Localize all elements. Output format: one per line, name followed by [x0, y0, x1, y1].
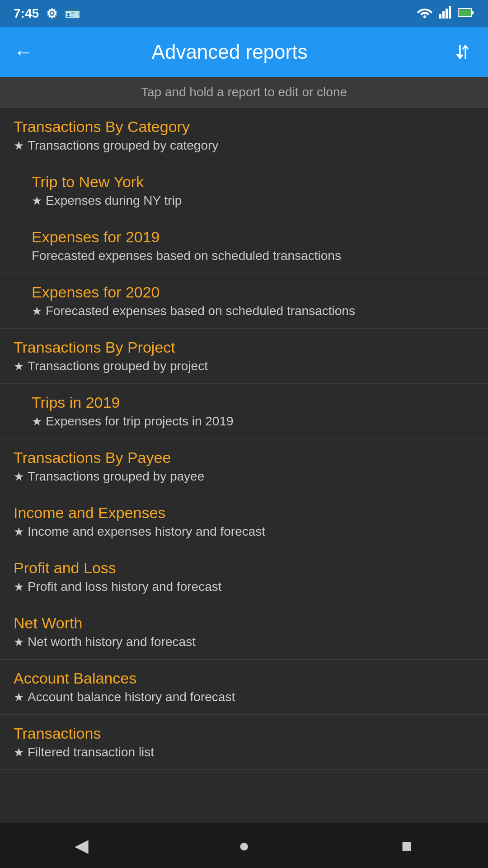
report-desc-trip-to-new-york: ★Expenses during NY trip [32, 193, 474, 208]
hint-text: Tap and hold a report to edit or clone [0, 77, 488, 108]
star-icon: ★ [32, 194, 42, 208]
report-item-transactions-by-payee[interactable]: Transactions By Payee★Transactions group… [0, 439, 488, 494]
report-title-trips-in-2019: Trips in 2019 [32, 394, 474, 411]
status-right [417, 6, 474, 22]
settings-icon: ⚙ [46, 6, 57, 21]
report-desc-expenses-for-2019: Forecasted expenses based on scheduled t… [32, 249, 474, 263]
svg-rect-1 [439, 14, 441, 19]
report-item-account-balances[interactable]: Account Balances★Account balance history… [0, 660, 488, 715]
report-desc-text-trip-to-new-york: Expenses during NY trip [46, 193, 182, 208]
report-desc-text-transactions-by-project: Transactions grouped by project [28, 359, 208, 373]
report-title-expenses-for-2020: Expenses for 2020 [32, 283, 474, 301]
battery-icon [458, 6, 474, 21]
report-desc-trips-in-2019: ★Expenses for trip projects in 2019 [32, 414, 474, 429]
report-title-account-balances: Account Balances [14, 670, 474, 687]
report-title-transactions-by-category: Transactions By Category [14, 118, 474, 136]
report-desc-transactions-by-payee: ★Transactions grouped by payee [14, 469, 474, 484]
nav-home-button[interactable]: ● [226, 827, 262, 863]
status-bar: 7:45 ⚙ 🪪 [0, 0, 488, 27]
report-desc-text-net-worth: Net worth history and forecast [28, 635, 196, 649]
report-title-expenses-for-2019: Expenses for 2019 [32, 228, 474, 246]
report-desc-text-transactions-by-category: Transactions grouped by category [28, 138, 218, 153]
nav-recent-button[interactable]: ■ [389, 827, 425, 863]
report-desc-text-account-balances: Account balance history and forecast [28, 690, 235, 704]
status-time: 7:45 [14, 6, 39, 21]
report-item-net-worth[interactable]: Net Worth★Net worth history and forecast [0, 604, 488, 660]
report-item-trip-to-new-york[interactable]: Trip to New York★Expenses during NY trip [0, 163, 488, 218]
report-item-expenses-for-2020[interactable]: Expenses for 2020★Forecasted expenses ba… [0, 274, 488, 329]
report-item-trips-in-2019[interactable]: Trips in 2019★Expenses for trip projects… [0, 384, 488, 439]
report-desc-text-income-and-expenses: Income and expenses history and forecast [28, 524, 265, 539]
signal-icon [439, 6, 452, 22]
page-title: Advanced reports [6, 41, 453, 63]
star-icon: ★ [14, 745, 24, 760]
star-icon: ★ [14, 525, 24, 539]
report-item-expenses-for-2019[interactable]: Expenses for 2019Forecasted expenses bas… [0, 218, 488, 274]
sim-icon: 🪪 [65, 6, 80, 21]
report-title-transactions-by-payee: Transactions By Payee [14, 449, 474, 467]
report-desc-transactions-by-project: ★Transactions grouped by project [14, 359, 474, 373]
report-title-transactions: Transactions [14, 725, 474, 742]
report-item-profit-and-loss[interactable]: Profit and Loss★Profit and loss history … [0, 549, 488, 604]
svg-rect-7 [459, 9, 471, 16]
svg-rect-6 [472, 11, 474, 14]
star-icon: ★ [14, 690, 24, 704]
report-desc-expenses-for-2020: ★Forecasted expenses based on scheduled … [32, 304, 474, 318]
report-desc-account-balances: ★Account balance history and forecast [14, 690, 474, 704]
report-desc-text-expenses-for-2019: Forecasted expenses based on scheduled t… [32, 249, 341, 263]
report-item-transactions-by-category[interactable]: Transactions By Category★Transactions gr… [0, 108, 488, 163]
svg-rect-2 [442, 11, 445, 19]
app-bar: ← Advanced reports [0, 27, 488, 77]
wifi-icon [417, 6, 433, 22]
nav-back-button[interactable]: ◀ [63, 827, 99, 863]
star-icon: ★ [32, 304, 42, 318]
status-left: 7:45 ⚙ 🪪 [14, 6, 80, 21]
report-desc-income-and-expenses: ★Income and expenses history and forecas… [14, 524, 474, 539]
report-title-trip-to-new-york: Trip to New York [32, 173, 474, 191]
star-icon: ★ [14, 139, 24, 153]
svg-rect-4 [449, 6, 451, 19]
report-title-profit-and-loss: Profit and Loss [14, 559, 474, 577]
star-icon: ★ [14, 470, 24, 484]
svg-rect-3 [446, 9, 448, 19]
report-title-net-worth: Net Worth [14, 614, 474, 632]
report-desc-text-transactions: Filtered transaction list [28, 745, 154, 760]
svg-point-0 [423, 15, 426, 18]
report-desc-profit-and-loss: ★Profit and loss history and forecast [14, 580, 474, 594]
report-title-transactions-by-project: Transactions By Project [14, 339, 474, 356]
sort-button[interactable] [453, 41, 474, 63]
report-item-income-and-expenses[interactable]: Income and Expenses★Income and expenses … [0, 494, 488, 549]
star-icon: ★ [14, 635, 24, 649]
report-desc-transactions-by-category: ★Transactions grouped by category [14, 138, 474, 153]
report-desc-text-expenses-for-2020: Forecasted expenses based on scheduled t… [46, 304, 355, 318]
star-icon: ★ [14, 580, 24, 594]
report-list: Transactions By Category★Transactions gr… [0, 108, 488, 770]
bottom-nav: ◀ ● ■ [0, 823, 488, 868]
report-item-transactions-by-project[interactable]: Transactions By Project★Transactions gro… [0, 329, 488, 384]
report-desc-transactions: ★Filtered transaction list [14, 745, 474, 760]
report-desc-net-worth: ★Net worth history and forecast [14, 635, 474, 649]
report-item-transactions[interactable]: Transactions★Filtered transaction list [0, 715, 488, 770]
report-desc-text-profit-and-loss: Profit and loss history and forecast [28, 580, 222, 594]
star-icon: ★ [14, 359, 24, 373]
report-desc-text-trips-in-2019: Expenses for trip projects in 2019 [46, 414, 234, 429]
report-desc-text-transactions-by-payee: Transactions grouped by payee [28, 469, 204, 484]
report-title-income-and-expenses: Income and Expenses [14, 504, 474, 522]
star-icon: ★ [32, 415, 42, 429]
